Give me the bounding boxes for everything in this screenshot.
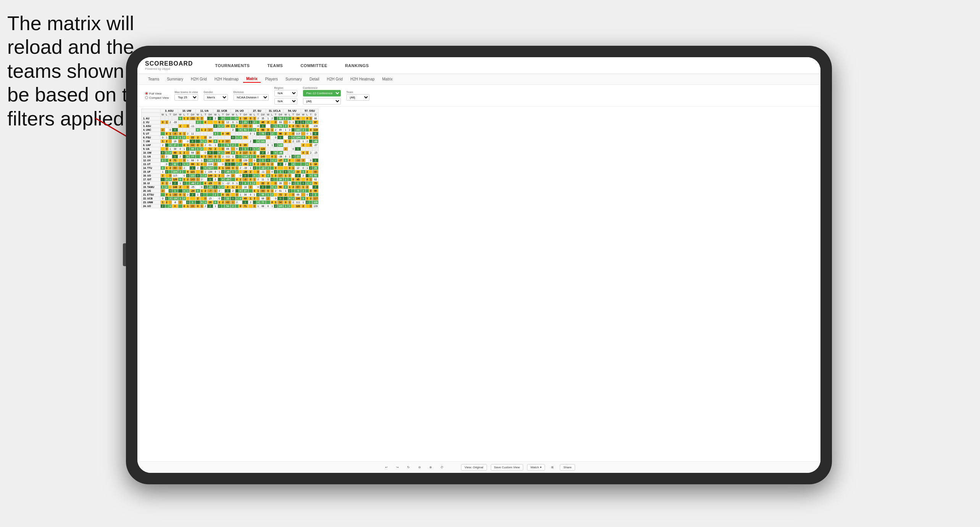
- redo-btn[interactable]: ↪: [394, 464, 401, 470]
- matrix-cell: 1: [274, 155, 277, 159]
- matrix-cell: 2: [165, 140, 168, 143]
- zoom-in-btn[interactable]: ⊕: [427, 464, 434, 470]
- zoom-out-btn[interactable]: ⊖: [416, 464, 423, 470]
- matrix-cell: [168, 185, 172, 189]
- matrix-cell: 1: [221, 166, 224, 170]
- nav-committee[interactable]: COMMITTEE: [297, 62, 330, 69]
- matrix-cell: 1: [200, 143, 203, 147]
- tab-summary1[interactable]: Summary: [164, 76, 186, 82]
- matrix-cell: 1: [309, 162, 313, 166]
- conference-select2[interactable]: (All): [303, 98, 341, 104]
- matrix-cell: [288, 151, 291, 155]
- matrix-cell: 2: [218, 189, 221, 193]
- matrix-cell: [253, 124, 256, 128]
- matrix-cell: 1: [218, 201, 221, 204]
- matrix-cell: 0: [186, 140, 189, 143]
- sub-asu-w: W: [161, 113, 165, 117]
- matrix-area[interactable]: 3. ASU 10. UW 11. UA 22. UCB 24. UO 27. …: [137, 107, 820, 461]
- compact-view-radio[interactable]: Compact View: [145, 96, 169, 100]
- matrix-cell: 0: [221, 193, 224, 197]
- tab-h2h-heatmap2[interactable]: H2H Heatmap: [347, 76, 377, 82]
- tab-matrix2[interactable]: Matrix: [379, 76, 396, 82]
- watch-btn[interactable]: Watch ▾: [527, 464, 545, 471]
- tab-h2h-grid1[interactable]: H2H Grid: [188, 76, 210, 82]
- matrix-cell: 2: [200, 162, 203, 166]
- matrix-cell: 1: [196, 178, 200, 182]
- gender-select[interactable]: Men's Women's: [204, 94, 228, 101]
- matrix-cell: [200, 132, 203, 136]
- matrix-cell: 0: [178, 162, 183, 166]
- matrix-cell: [182, 140, 186, 143]
- matrix-cell: 1: [231, 201, 235, 204]
- matrix-cell: 0: [168, 204, 172, 208]
- matrix-cell: 1: [200, 159, 203, 162]
- conference-select[interactable]: Pac-12 Conference (All): [303, 90, 341, 96]
- matrix-cell: [196, 201, 200, 204]
- matrix-cell: -33: [260, 162, 266, 166]
- matrix-cell: 93: [172, 166, 178, 170]
- matrix-cell: 0: [182, 189, 186, 193]
- sub-uw-w: W: [178, 113, 183, 117]
- logo-sub: Powered by clippd: [145, 67, 193, 71]
- team-select[interactable]: (All): [347, 94, 369, 101]
- matrix-cell: 0: [301, 136, 306, 140]
- matrix-cell: 2: [200, 178, 203, 182]
- nav-tournaments[interactable]: TOURNAMENTS: [212, 62, 253, 69]
- tab-h2h-grid2[interactable]: H2H Grid: [324, 76, 346, 82]
- matrix-cell: 0: [182, 174, 186, 178]
- share-options-btn[interactable]: ⊞: [549, 464, 556, 470]
- matrix-cell: 2: [248, 201, 253, 204]
- tab-summary2[interactable]: Summary: [282, 76, 305, 82]
- region-select2[interactable]: N/A: [274, 98, 297, 104]
- matrix-cell: 0: [248, 132, 253, 136]
- undo-btn[interactable]: ↩: [383, 464, 390, 470]
- matrix-cell: 128: [242, 155, 248, 159]
- sub-uw-l: L: [182, 113, 186, 117]
- max-teams-select[interactable]: Top 25 Top 50 All: [174, 94, 198, 101]
- division-label: Division: [234, 91, 269, 93]
- tab-h2h-heatmap1[interactable]: H2H Heatmap: [211, 76, 242, 82]
- matrix-cell: [239, 155, 242, 159]
- tab-matrix[interactable]: Matrix: [243, 76, 260, 83]
- tab-detail[interactable]: Detail: [306, 76, 322, 82]
- matrix-cell: 0: [305, 193, 309, 197]
- matrix-cell: [213, 151, 218, 155]
- matrix-cell: 2: [270, 178, 274, 182]
- matrix-cell: [256, 197, 260, 201]
- full-view-radio[interactable]: Full View: [145, 92, 169, 95]
- nav-teams[interactable]: TEAMS: [264, 62, 286, 69]
- matrix-cell: -8: [172, 201, 178, 204]
- division-select[interactable]: NCAA Division I NCAA Division II NCAA Di…: [234, 94, 269, 101]
- region-select[interactable]: N/A (All): [274, 90, 297, 96]
- matrix-cell: 1: [218, 140, 221, 143]
- matrix-cell: [196, 124, 200, 128]
- refresh-btn[interactable]: ↻: [405, 464, 412, 470]
- matrix-cell: [295, 151, 301, 155]
- matrix-cell: 0: [165, 193, 168, 197]
- timer-btn[interactable]: ⏱: [438, 464, 446, 470]
- view-original-btn[interactable]: View: Original: [461, 464, 487, 471]
- matrix-cell: [309, 140, 313, 143]
- nav-rankings[interactable]: RANKINGS: [342, 62, 372, 69]
- tab-teams[interactable]: Teams: [145, 76, 162, 82]
- matrix-cell: 2: [270, 132, 274, 136]
- tab-players[interactable]: Players: [262, 76, 281, 82]
- matrix-cell: 1: [292, 166, 295, 170]
- matrix-cell: 0: [196, 204, 200, 208]
- matrix-cell: 95: [242, 143, 248, 147]
- matrix-cell: 0: [256, 140, 260, 143]
- matrix-cell: 0: [266, 189, 271, 193]
- matrix-cell: 32: [225, 197, 231, 201]
- share-btn[interactable]: Share: [560, 464, 575, 471]
- matrix-cell: -37: [313, 143, 319, 147]
- matrix-cell: -22: [260, 166, 266, 170]
- matrix-cell: 1: [165, 182, 168, 185]
- full-view-label: Full View: [149, 92, 161, 95]
- matrix-cell: 27: [172, 143, 178, 147]
- matrix-cell: 2: [218, 174, 221, 178]
- save-custom-btn[interactable]: Save Custom View: [491, 464, 523, 471]
- matrix-cell: 0: [305, 132, 309, 136]
- matrix-cell: 1: [288, 201, 291, 204]
- matrix-cell: [161, 193, 165, 197]
- matrix-cell: 2: [182, 197, 186, 201]
